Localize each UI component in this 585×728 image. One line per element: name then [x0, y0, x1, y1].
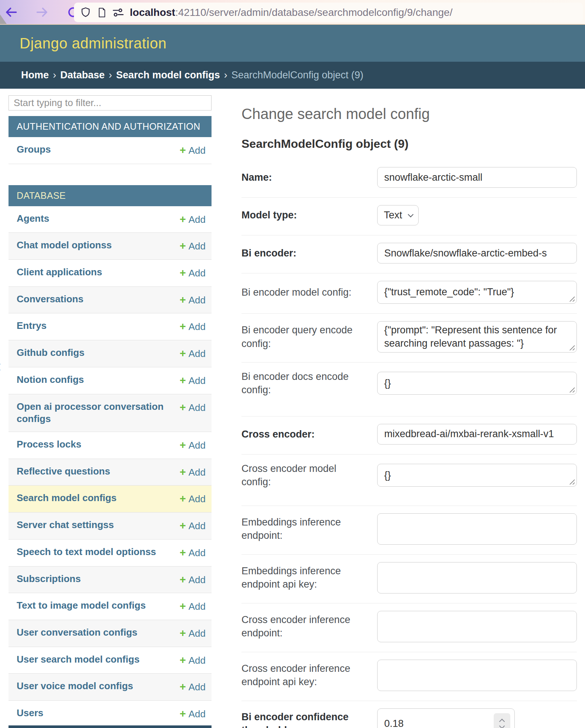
cross-encoder-input[interactable]: mixedbread-ai/mxbai-rerank-xsmall-v1 [377, 424, 577, 445]
add-link[interactable]: +Add [180, 653, 206, 667]
sidebar-item-label[interactable]: User conversation configs [17, 626, 143, 639]
bi-encoder-docs-encode-config-textarea[interactable]: {} [377, 372, 577, 395]
sidebar-item-text-to-image-model-configs[interactable]: Text to image model configs+Add [9, 593, 212, 620]
sidebar-item-label[interactable]: Reflective questions [17, 465, 115, 478]
add-link[interactable]: +Add [180, 519, 206, 533]
add-link[interactable]: +Add [180, 266, 206, 280]
sidebar-item-label[interactable]: Notion configs [17, 374, 89, 386]
breadcrumb-search-model-configs[interactable]: Search model configs [116, 69, 220, 81]
add-link[interactable]: +Add [180, 573, 206, 587]
add-link[interactable]: +Add [180, 374, 206, 388]
sidebar-item-label[interactable]: User search model configs [17, 653, 145, 666]
sidebar-item-groups[interactable]: Groups+Add [9, 137, 212, 164]
add-link[interactable]: +Add [180, 320, 206, 334]
bi-encoder-query-encode-config-textarea[interactable]: {"prompt": "Represent this sentence for … [377, 321, 577, 353]
embeddings-inference-endpoint-api-key-input[interactable] [377, 562, 577, 593]
add-link[interactable]: +Add [180, 239, 206, 253]
plus-icon: + [180, 600, 186, 612]
sidebar-item-open-ai-processor-conversation-configs[interactable]: Open ai processor conversation configs+A… [9, 394, 212, 432]
form-row: Bi encoder docs encode config:{} [241, 363, 577, 416]
breadcrumb-home[interactable]: Home [21, 69, 49, 81]
resize-handle-icon[interactable] [567, 477, 575, 484]
model-type-select[interactable]: Text [377, 205, 419, 225]
bi-encoder-confidence-threshold-number-input[interactable]: 0.18 [377, 708, 515, 728]
sidebar-item-notion-configs[interactable]: Notion configs+Add [9, 367, 212, 394]
sidebar-item-user-voice-model-configs[interactable]: User voice model configs+Add [9, 673, 212, 700]
sidebar-item-label[interactable]: Users [17, 707, 48, 720]
field-control-wrap [377, 562, 577, 593]
sidebar-item-entrys[interactable]: Entrys+Add [9, 313, 212, 340]
bi-encoder-model-config-textarea[interactable]: {"trust_remote_code": "True"} [377, 281, 577, 304]
breadcrumb-database[interactable]: Database [60, 69, 105, 81]
sidebar-item-speech-to-text-model-optionss[interactable]: Speech to text model optionss+Add [9, 539, 212, 566]
add-label: Add [189, 467, 206, 478]
field-control-wrap: {} [377, 464, 577, 487]
back-icon[interactable] [4, 6, 18, 19]
sidebar-item-label[interactable]: Server chat settingss [17, 519, 119, 531]
name-input[interactable]: snowflake-arctic-small [377, 167, 577, 188]
address-bar[interactable]: localhost:42110/server/admin/database/se… [74, 3, 583, 22]
add-link[interactable]: +Add [180, 401, 206, 415]
cross-encoder-inference-endpoint-api-key-input[interactable] [377, 660, 577, 691]
sidebar-item-label[interactable]: Chat model optionss [17, 239, 117, 252]
add-link[interactable]: +Add [180, 143, 206, 157]
sidebar-item-label[interactable]: Process locks [17, 438, 87, 451]
form-row: Bi encoder:Snowflake/snowflake-arctic-em… [241, 235, 577, 273]
sidebar-item-server-chat-settingss[interactable]: Server chat settingss+Add [9, 512, 212, 539]
add-link[interactable]: +Add [180, 293, 206, 307]
sidebar-item-agents[interactable]: Agents+Add [9, 206, 212, 233]
number-stepper[interactable] [494, 713, 510, 728]
sidebar-item-github-configs[interactable]: Github configs+Add [9, 340, 212, 367]
field-label: Cross encoder inference endpoint: [241, 613, 370, 640]
sidebar-item-label[interactable]: Speech to text model optionss [17, 546, 161, 558]
plus-icon: + [180, 374, 186, 386]
sidebar-item-user-search-model-configs[interactable]: User search model configs+Add [9, 647, 212, 674]
url-text[interactable]: localhost:42110/server/admin/database/se… [130, 7, 453, 18]
sidebar-item-label[interactable]: Conversations [17, 293, 89, 306]
add-link[interactable]: +Add [180, 438, 206, 452]
sidebar-item-search-model-configs[interactable]: Search model configs+Add [9, 485, 212, 512]
sidebar-item-label[interactable]: Github configs [17, 347, 89, 359]
sidebar-item-reflective-questions[interactable]: Reflective questions+Add [9, 459, 212, 486]
add-link[interactable]: +Add [180, 599, 206, 613]
resize-handle-icon[interactable] [567, 385, 575, 392]
sidebar-collapse-icon[interactable]: ‹ [0, 357, 1, 375]
sidebar-item-label[interactable]: Subscriptions [17, 573, 86, 585]
add-link[interactable]: +Add [180, 626, 206, 640]
add-link[interactable]: +Add [180, 212, 206, 227]
bi-encoder-input[interactable]: Snowflake/snowflake-arctic-embed-s [377, 243, 577, 263]
add-link[interactable]: +Add [180, 680, 206, 694]
sidebar-item-users[interactable]: Users+Add [9, 700, 212, 727]
sidebar-item-client-applications[interactable]: Client applications+Add [9, 259, 212, 286]
sidebar-item-label[interactable]: User voice model configs [17, 680, 138, 693]
sidebar-item-label[interactable]: Open ai processor conversation configs [17, 401, 180, 426]
sidebar-item-chat-model-optionss[interactable]: Chat model optionss+Add [9, 232, 212, 259]
cross-encoder-model-config-textarea[interactable]: {} [377, 464, 577, 487]
cross-encoder-inference-endpoint-input[interactable] [377, 611, 577, 642]
sidebar-item-label[interactable]: Text to image model configs [17, 599, 151, 612]
add-link[interactable]: +Add [180, 347, 206, 361]
plus-icon: + [180, 401, 186, 413]
sidebar-item-conversations[interactable]: Conversations+Add [9, 286, 212, 313]
form-row: Cross encoder:mixedbread-ai/mxbai-rerank… [241, 416, 577, 455]
add-link[interactable]: +Add [180, 546, 206, 560]
sidebar-item-label[interactable]: Entrys [17, 320, 52, 332]
sidebar-item-label[interactable]: Search model configs [17, 492, 122, 504]
embeddings-inference-endpoint-input[interactable] [377, 513, 577, 545]
shield-icon[interactable] [80, 7, 91, 18]
sidebar-item-label[interactable]: Groups [17, 143, 56, 156]
page-icon[interactable] [97, 7, 107, 18]
add-link[interactable]: +Add [180, 492, 206, 506]
sidebar-filter-input[interactable] [9, 95, 212, 110]
form-row: Cross encoder inference endpoint: [241, 603, 577, 652]
sidebar-item-label[interactable]: Agents [17, 212, 54, 225]
add-link[interactable]: +Add [180, 707, 206, 721]
sidebar-item-user-conversation-configs[interactable]: User conversation configs+Add [9, 620, 212, 647]
resize-handle-icon[interactable] [567, 294, 575, 302]
sidebar-item-label[interactable]: Client applications [17, 266, 107, 279]
sidebar-item-process-locks[interactable]: Process locks+Add [9, 432, 212, 459]
sidebar-item-subscriptions[interactable]: Subscriptions+Add [9, 566, 212, 593]
add-link[interactable]: +Add [180, 465, 206, 479]
permissions-sliders-icon[interactable] [112, 7, 124, 17]
forward-icon[interactable] [35, 6, 49, 19]
